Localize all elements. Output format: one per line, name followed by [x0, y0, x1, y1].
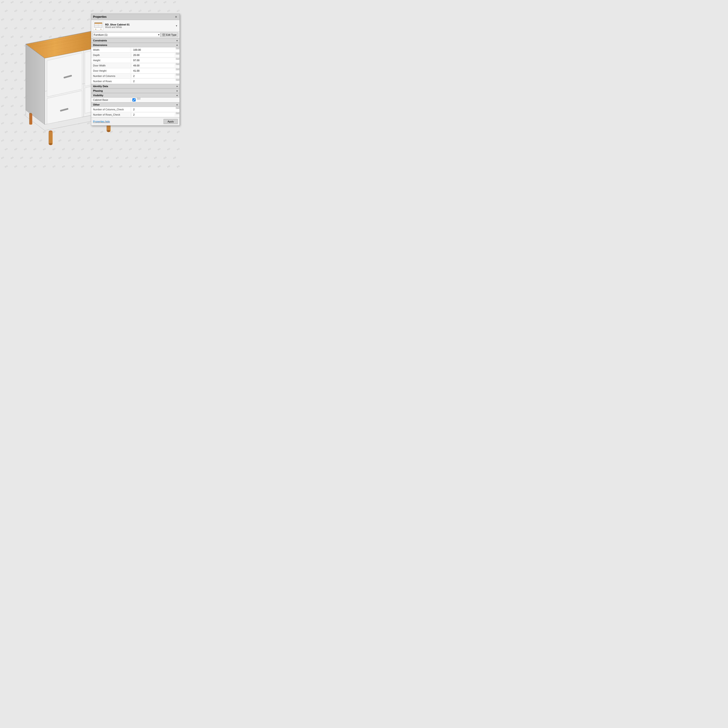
svg-rect-27 — [29, 114, 32, 124]
constraints-collapse-icon: « — [176, 39, 178, 42]
visibility-collapse-icon: « — [176, 94, 178, 97]
property-value-input[interactable] — [132, 48, 174, 52]
svg-point-22 — [49, 143, 52, 145]
property-label: Door Height — [91, 69, 131, 73]
svg-rect-35 — [100, 29, 101, 29]
svg-point-25 — [107, 130, 110, 132]
property-value-input[interactable] — [132, 58, 174, 62]
property-action-btn[interactable]: … — [176, 73, 179, 75]
properties-help-link[interactable]: Properties help — [93, 120, 110, 123]
close-button[interactable]: × — [174, 15, 178, 19]
selector-row: Furniture (1) ▼ Edit Type — [91, 32, 179, 38]
svg-marker-11 — [47, 53, 82, 97]
section-dimensions[interactable]: Dimensions « — [91, 43, 179, 47]
other-collapse-icon: « — [176, 104, 178, 106]
section-identity-data[interactable]: Identity Data » — [91, 84, 179, 89]
svg-rect-21 — [49, 132, 52, 144]
property-action-btn[interactable]: … — [176, 52, 179, 55]
svg-rect-31 — [95, 23, 102, 24]
other-property-label: Number of Rows_Check — [91, 113, 131, 117]
cabinet-base-btn[interactable]: … — [137, 98, 141, 99]
other-action-btn[interactable]: … — [176, 112, 179, 114]
property-row-door-width: Door Width… — [91, 63, 179, 68]
property-row-height: Height… — [91, 58, 179, 63]
phasing-collapse-icon: » — [176, 90, 178, 92]
property-action-btn[interactable]: … — [176, 47, 179, 49]
section-other[interactable]: Other « — [91, 102, 179, 107]
dimensions-collapse-icon: « — [176, 44, 178, 46]
object-info-row: RD_Shoe Cabinet 01 Wood and White ▼ — [91, 20, 179, 32]
other-row-number-of-columns_check: Number of Columns_Check… — [91, 107, 179, 112]
property-label: Door Width — [91, 63, 131, 67]
property-row-number-of-columns: Number of Columns… — [91, 73, 179, 79]
svg-rect-38 — [162, 35, 164, 36]
object-name: RD_Shoe Cabinet 01 — [105, 23, 174, 26]
cabinet-base-label: Cabinet Base — [91, 98, 131, 102]
section-visibility[interactable]: Visibility « — [91, 93, 179, 98]
identity-data-label: Identity Data — [93, 85, 108, 87]
cabinet-base-value — [131, 98, 137, 102]
property-label: Height — [91, 58, 131, 62]
other-value-input[interactable] — [132, 108, 174, 111]
property-value-input[interactable] — [132, 74, 174, 78]
panel-title: Properties — [93, 15, 107, 18]
property-action-btn[interactable]: … — [176, 63, 179, 65]
object-thumbnail — [93, 21, 103, 30]
property-row-depth: Depth… — [91, 52, 179, 58]
svg-rect-34 — [95, 29, 96, 29]
edit-type-icon — [162, 34, 165, 36]
property-row-cabinet-base: Cabinet Base … — [91, 98, 179, 102]
other-rows: Number of Columns_Check…Number of Rows_C… — [91, 107, 179, 118]
property-action-btn[interactable]: … — [176, 58, 179, 60]
svg-rect-36 — [162, 34, 164, 35]
svg-rect-37 — [164, 34, 165, 35]
property-label: Number of Rows — [91, 79, 131, 83]
property-label: Depth — [91, 53, 131, 57]
dimensions-rows: Width…Depth…Height…Door Width…Door Heigh… — [91, 47, 179, 84]
property-row-width: Width… — [91, 47, 179, 52]
other-row-number-of-rows_check: Number of Rows_Check… — [91, 112, 179, 118]
property-value-input[interactable] — [132, 69, 174, 73]
property-action-btn[interactable]: … — [176, 68, 179, 70]
section-phasing[interactable]: Phasing » — [91, 89, 179, 93]
dimensions-label: Dimensions — [93, 44, 107, 46]
category-selector[interactable]: Furniture (1) — [93, 32, 161, 37]
section-constraints[interactable]: Constraints « — [91, 38, 179, 43]
other-property-label: Number of Columns_Check — [91, 107, 131, 112]
property-label: Number of Columns — [91, 74, 131, 78]
other-label: Other — [93, 103, 99, 106]
constraints-label: Constraints — [93, 39, 107, 42]
panel-titlebar: Properties × — [91, 14, 179, 20]
visibility-label: Visibility — [93, 94, 103, 97]
object-info: RD_Shoe Cabinet 01 Wood and White — [105, 23, 174, 28]
apply-button[interactable]: Apply — [164, 119, 178, 124]
other-value-input[interactable] — [132, 113, 174, 116]
property-action-btn[interactable]: … — [176, 79, 179, 81]
svg-rect-39 — [164, 35, 165, 36]
object-dropdown-arrow[interactable]: ▼ — [175, 24, 178, 27]
identity-data-collapse-icon: » — [176, 85, 178, 87]
object-subname: Wood and White — [105, 26, 174, 28]
property-value-input[interactable] — [132, 53, 174, 57]
panel-footer: Properties help Apply — [91, 118, 179, 125]
phasing-label: Phasing — [93, 89, 103, 92]
other-action-btn[interactable]: … — [176, 107, 179, 109]
edit-type-button[interactable]: Edit Type — [161, 32, 178, 37]
property-value-input[interactable] — [132, 80, 174, 83]
cabinet-base-checkbox[interactable] — [132, 98, 136, 101]
property-row-door-height: Door Height… — [91, 68, 179, 73]
property-row-number-of-rows: Number of Rows… — [91, 79, 179, 84]
edit-type-label: Edit Type — [166, 34, 177, 36]
property-label: Width — [91, 48, 131, 52]
properties-panel: Properties × RD_Shoe Cabinet 01 Wood and… — [91, 14, 180, 125]
property-value-input[interactable] — [132, 64, 174, 67]
